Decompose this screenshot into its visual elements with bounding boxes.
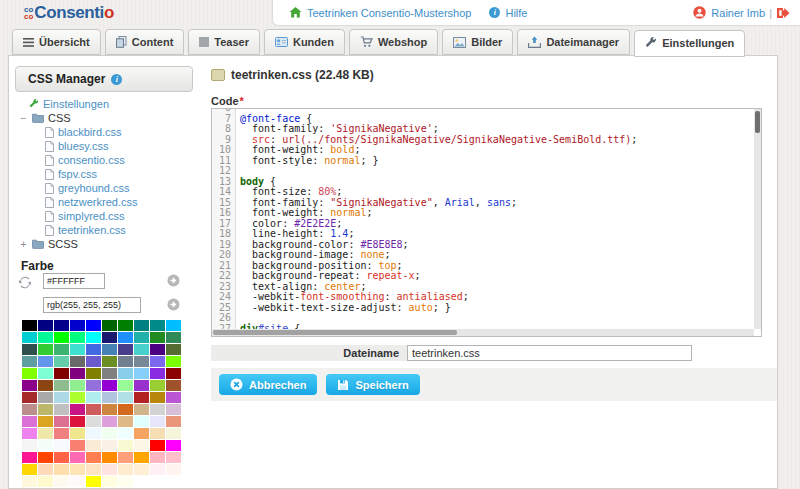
tree-item-consentio-css[interactable]: consentio.css	[15, 153, 197, 167]
palette-swatch[interactable]	[70, 320, 85, 331]
palette-swatch[interactable]	[118, 440, 133, 451]
palette-swatch[interactable]	[54, 380, 69, 391]
palette-swatch[interactable]	[38, 464, 53, 475]
palette-swatch[interactable]	[70, 452, 85, 463]
tab-einstellungen[interactable]: Einstellungen	[634, 30, 745, 57]
palette-swatch[interactable]	[150, 464, 165, 475]
palette-swatch[interactable]	[70, 404, 85, 415]
palette-swatch[interactable]	[70, 416, 85, 427]
tab-bilder[interactable]: Bilder	[442, 29, 513, 55]
palette-swatch[interactable]	[134, 344, 149, 355]
palette-swatch[interactable]	[22, 320, 37, 331]
user-link[interactable]: Rainer Imb	[711, 7, 765, 19]
code-content[interactable]: 67@font-face {8 font-family: 'SignikaNeg…	[212, 108, 754, 337]
palette-swatch[interactable]	[150, 356, 165, 367]
palette-swatch[interactable]	[54, 452, 69, 463]
palette-swatch[interactable]	[102, 320, 117, 331]
palette-swatch[interactable]	[86, 320, 101, 331]
palette-swatch[interactable]	[118, 332, 133, 343]
palette-swatch[interactable]	[118, 416, 133, 427]
tree-folder-scss[interactable]: +SCSS	[15, 237, 197, 251]
palette-swatch[interactable]	[150, 416, 165, 427]
app-logo[interactable]: co co Consentio	[24, 3, 114, 23]
vscrollbar-thumb[interactable]	[755, 111, 760, 133]
palette-swatch[interactable]	[150, 320, 165, 331]
editor-hscrollbar[interactable]	[212, 329, 754, 336]
apply-hex-arrow-icon[interactable]	[167, 274, 180, 287]
palette-swatch[interactable]	[118, 392, 133, 403]
palette-swatch[interactable]	[86, 356, 101, 367]
tab-teaser[interactable]: Teaser	[188, 29, 260, 55]
palette-swatch[interactable]	[118, 344, 133, 355]
palette-swatch[interactable]	[86, 368, 101, 379]
palette-swatch[interactable]	[22, 476, 37, 487]
palette-swatch[interactable]	[54, 392, 69, 403]
palette-swatch[interactable]	[166, 380, 181, 391]
code-editor[interactable]: 67@font-face {8 font-family: 'SignikaNeg…	[211, 108, 762, 337]
palette-swatch[interactable]	[166, 428, 181, 439]
palette-swatch[interactable]	[86, 404, 101, 415]
palette-swatch[interactable]	[118, 452, 133, 463]
palette-swatch[interactable]	[150, 452, 165, 463]
expand-toggle-icon[interactable]: +	[19, 239, 28, 250]
tab-content[interactable]: Content	[105, 29, 185, 55]
palette-swatch[interactable]	[118, 476, 133, 487]
palette-swatch[interactable]	[134, 440, 149, 451]
palette-swatch[interactable]	[102, 452, 117, 463]
palette-swatch[interactable]	[134, 392, 149, 403]
palette-swatch[interactable]	[38, 320, 53, 331]
palette-swatch[interactable]	[102, 344, 117, 355]
palette-swatch[interactable]	[38, 440, 53, 451]
palette-swatch[interactable]	[22, 356, 37, 367]
palette-swatch[interactable]	[54, 464, 69, 475]
tree-item-blackbird-css[interactable]: blackbird.css	[15, 125, 197, 139]
palette-swatch[interactable]	[22, 392, 37, 403]
palette-swatch[interactable]	[86, 440, 101, 451]
tree-item-simplyred-css[interactable]: simplyred.css	[15, 209, 197, 223]
palette-swatch[interactable]	[102, 368, 117, 379]
palette-swatch[interactable]	[86, 380, 101, 391]
dateiname-input[interactable]	[407, 345, 692, 361]
palette-swatch[interactable]	[102, 392, 117, 403]
rgb-color-input[interactable]	[43, 297, 141, 313]
palette-swatch[interactable]	[70, 344, 85, 355]
help-link[interactable]: Hilfe	[505, 7, 527, 19]
palette-swatch[interactable]	[54, 368, 69, 379]
palette-swatch[interactable]	[70, 428, 85, 439]
cancel-button[interactable]: Abbrechen	[219, 374, 317, 395]
palette-swatch[interactable]	[102, 464, 117, 475]
palette-swatch[interactable]	[54, 416, 69, 427]
palette-swatch[interactable]	[22, 368, 37, 379]
palette-swatch[interactable]	[102, 380, 117, 391]
palette-swatch[interactable]	[86, 416, 101, 427]
palette-swatch[interactable]	[38, 356, 53, 367]
palette-swatch[interactable]	[38, 416, 53, 427]
palette-swatch[interactable]	[54, 476, 69, 487]
palette-swatch[interactable]	[70, 392, 85, 403]
palette-swatch[interactable]	[134, 332, 149, 343]
palette-swatch[interactable]	[134, 428, 149, 439]
palette-swatch[interactable]	[38, 380, 53, 391]
palette-swatch[interactable]	[118, 320, 133, 331]
palette-swatch[interactable]	[86, 392, 101, 403]
palette-swatch[interactable]	[118, 464, 133, 475]
palette-swatch[interactable]	[22, 428, 37, 439]
apply-rgb-arrow-icon[interactable]	[167, 298, 180, 311]
palette-swatch[interactable]	[150, 392, 165, 403]
palette-swatch[interactable]	[38, 368, 53, 379]
palette-swatch[interactable]	[70, 368, 85, 379]
info-icon[interactable]: i	[111, 74, 122, 85]
palette-swatch[interactable]	[86, 344, 101, 355]
palette-swatch[interactable]	[102, 476, 117, 487]
palette-swatch[interactable]	[166, 356, 181, 367]
palette-swatch[interactable]	[166, 416, 181, 427]
palette-swatch[interactable]	[166, 452, 181, 463]
palette-swatch[interactable]	[102, 404, 117, 415]
tree-item-bluesy-css[interactable]: bluesy.css	[15, 139, 197, 153]
tab-dateimanager[interactable]: Dateimanager	[517, 29, 630, 55]
palette-swatch[interactable]	[134, 356, 149, 367]
hex-color-input[interactable]	[43, 273, 105, 289]
palette-swatch[interactable]	[166, 368, 181, 379]
palette-swatch[interactable]	[38, 392, 53, 403]
palette-swatch[interactable]	[118, 368, 133, 379]
